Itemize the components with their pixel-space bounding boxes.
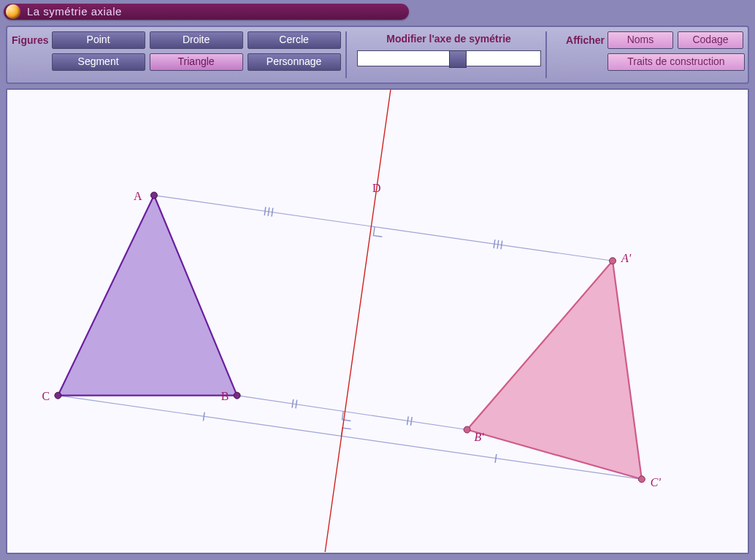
svg-line-13	[203, 413, 204, 421]
svg-line-11	[407, 416, 408, 425]
svg-text:B': B'	[475, 431, 485, 443]
traits-toggle[interactable]: Traits de construction	[608, 53, 745, 71]
svg-line-12	[410, 417, 412, 426]
triangle-button[interactable]: Triangle	[150, 53, 243, 71]
figure-buttons: Point Droite Cercle Segment Triangle Per…	[52, 31, 341, 71]
toolbar-separator	[345, 31, 347, 78]
svg-point-19	[150, 192, 157, 199]
svg-point-24	[638, 476, 645, 483]
svg-marker-18	[467, 261, 642, 479]
svg-text:A: A	[134, 190, 142, 202]
svg-line-15	[325, 90, 391, 552]
figures-group-label: Figures	[12, 34, 49, 46]
svg-line-3	[264, 207, 266, 215]
svg-text:B: B	[221, 390, 229, 402]
axis-slider-thumb[interactable]	[449, 50, 467, 68]
svg-line-5	[272, 208, 273, 217]
svg-line-14	[495, 454, 497, 463]
segment-button[interactable]: Segment	[52, 53, 145, 71]
svg-marker-17	[58, 196, 237, 396]
afficher-group: Afficher Noms Codage Traits de construct…	[564, 31, 745, 71]
svg-line-4	[268, 207, 269, 216]
geometry-svg: DABCA'B'C'	[7, 90, 748, 553]
svg-text:C': C'	[651, 476, 662, 488]
droite-button[interactable]: Droite	[150, 31, 243, 49]
svg-text:D: D	[372, 182, 381, 194]
drawing-canvas[interactable]: DABCA'B'C'	[6, 88, 749, 554]
svg-point-20	[234, 392, 240, 399]
svg-line-6	[494, 239, 495, 248]
svg-line-7	[497, 240, 499, 249]
cercle-button[interactable]: Cercle	[248, 31, 341, 49]
axis-slider-label: Modifier l'axe de symétrie	[386, 33, 511, 45]
svg-point-23	[464, 426, 470, 433]
app-title: La symétrie axiale	[27, 5, 122, 18]
app-logo-icon	[6, 4, 20, 19]
svg-point-21	[55, 392, 61, 399]
svg-line-1	[237, 396, 467, 430]
point-button[interactable]: Point	[52, 31, 145, 49]
afficher-group-label: Afficher	[566, 34, 605, 46]
axis-slider[interactable]	[357, 50, 541, 66]
noms-toggle[interactable]: Noms	[608, 31, 673, 49]
axis-slider-group: Modifier l'axe de symétrie	[357, 31, 541, 66]
svg-line-9	[292, 399, 294, 408]
svg-line-0	[154, 196, 613, 261]
toolbar-separator-2	[545, 31, 547, 78]
toolbar-panel: Figures Point Droite Cercle Segment Tria…	[6, 26, 749, 84]
svg-text:C: C	[42, 390, 50, 402]
svg-line-10	[296, 400, 297, 409]
svg-line-8	[501, 241, 502, 250]
title-bar: La symétrie axiale	[4, 4, 409, 20]
svg-point-22	[609, 258, 616, 264]
svg-text:A': A'	[621, 252, 632, 264]
personnage-button[interactable]: Personnage	[248, 53, 341, 71]
codage-toggle[interactable]: Codage	[678, 31, 743, 49]
